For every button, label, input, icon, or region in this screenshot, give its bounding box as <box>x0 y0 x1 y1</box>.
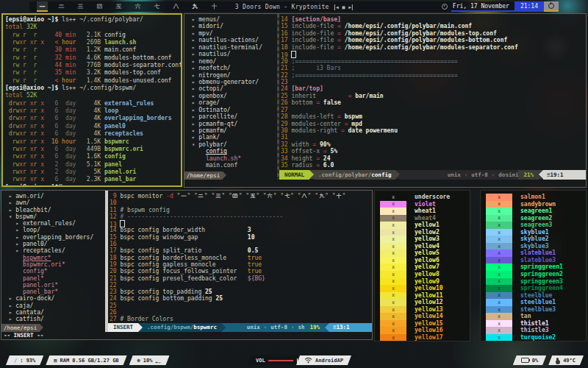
tree-item[interactable]: ▸ openbox/ <box>184 93 277 99</box>
color-row: xunderscore <box>375 194 470 201</box>
tree-item[interactable]: ▸ nautilus-terminal/ <box>184 44 277 51</box>
tree-item[interactable]: ▸ bleachbit/ <box>1 207 105 213</box>
media-stop-button[interactable]: ■ <box>343 4 345 10</box>
color-row: xsteelblue <box>481 292 586 300</box>
workspace-1[interactable] <box>37 1 48 12</box>
nerdtree-pane[interactable]: ▸ menus/ ▸ midori/ ▸ mpv/ ▸ nautilus-act… <box>184 14 277 180</box>
color-swatch: x <box>380 250 406 257</box>
tree-item[interactable]: ▸ menus/ <box>184 16 277 23</box>
tree-item[interactable]: ▸ loop/ <box>1 227 105 233</box>
media-next-button[interactable]: ▶ <box>348 4 353 10</box>
date-label[interactable]: Fri, 17 November <box>451 1 514 12</box>
tree-item[interactable]: main.conf <box>184 162 277 169</box>
nerdtree-pane[interactable]: ▸ awn.ori/ ▸ awn/ ▸ bleachbit/ ▾ bspwm/ … <box>1 191 108 332</box>
terminal-ls-window[interactable]: [epsi@axioo ~]$ ls++ ~/.config/polybar/t… <box>1 13 182 187</box>
tree-item[interactable]: ▸ Ostinato/ <box>184 107 277 113</box>
colortest-window-right[interactable]: xsalmon1xsandybrownxseagreen1xseagreen2x… <box>480 190 587 342</box>
color-row: xskyblue1 <box>481 229 586 236</box>
tree-item[interactable]: ▸ mpv/ <box>184 30 277 37</box>
editor-line: 24 bspc config bottom_padding 25 <box>110 295 372 302</box>
nerdtree-status: /home/epsi <box>1 324 40 332</box>
workspace-8[interactable] <box>171 1 182 12</box>
tree-item[interactable]: ▸ neofetch/ <box>184 65 277 71</box>
color-name: yellow1 <box>415 222 440 229</box>
editor-line: 26 <box>110 309 372 316</box>
workspace-6[interactable] <box>132 1 143 12</box>
editor-pane[interactable]: 14 [section/base]15 include-file = /home… <box>279 14 586 180</box>
media-prev-button[interactable]: ◀ <box>334 4 339 10</box>
tree-item[interactable]: ▸ nautilus-actions/ <box>184 37 277 43</box>
color-swatch: x <box>380 194 406 201</box>
editor-pane[interactable]: 9 bspc monitor -d "" "" "" "" "" "" "" "… <box>108 191 372 332</box>
color-row: xyellow17 <box>375 334 470 342</box>
color-row: xtan <box>481 313 586 320</box>
tree-item[interactable]: ▸ catfish/ <box>1 316 105 322</box>
filesystem-icon: / <box>14 358 17 364</box>
color-row: xsalmon1 <box>481 194 586 201</box>
color-name: thistle3 <box>520 327 549 334</box>
color-name: yellow6 <box>415 257 440 264</box>
tree-item[interactable]: ▸ external_rules/ <box>1 220 105 227</box>
wifi-module[interactable]: AndroidAP <box>296 355 351 365</box>
tree-item[interactable]: ▸ awn/ <box>1 199 105 206</box>
color-name: wheat1 <box>415 208 436 215</box>
tree-item[interactable]: ▸ obmenu-generator/ <box>184 79 277 85</box>
tree-item[interactable]: panel_bar* <box>1 289 105 295</box>
terminal-output: [epsi@axioo ~]$ ls++ ~/.config/polybar/t… <box>5 16 179 187</box>
workspace-4[interactable] <box>94 1 105 12</box>
colortest-window-left[interactable]: xunderscorexvioletxwheat1xwheat4xyellow1… <box>374 190 470 342</box>
tree-item[interactable]: ▸ octopi/ <box>184 85 277 92</box>
tree-item[interactable]: ▸ plank/ <box>184 134 277 141</box>
workspace-3[interactable] <box>75 1 86 12</box>
terminal-line: rwxr xr x 2 day 5K panel.ori <box>5 169 179 176</box>
tree-item[interactable]: ▸ pcmanfm/ <box>184 127 277 134</box>
terminal-line: [epsi@axioo ~]$ ls++ ~/.config/polybar/ <box>5 16 179 24</box>
cpu-icon: ⊛ <box>137 358 140 364</box>
tree-item[interactable]: ▸ midori/ <box>184 23 277 29</box>
workspace-7[interactable] <box>151 1 162 12</box>
tree-item[interactable]: ▸ awn.ori/ <box>1 193 105 199</box>
tree-item[interactable]: ▸ pcmanfm-qt/ <box>184 121 277 127</box>
filesystem-module: /: 93% <box>6 355 43 365</box>
tree-item[interactable]: ▸ receptacles/ <box>1 247 105 254</box>
vim-bspwm-window[interactable]: ▸ awn.ori/ ▸ awn/ ▸ bleachbit/ ▾ bspwm/ … <box>1 190 373 340</box>
color-row: xyellow5 <box>375 250 470 257</box>
tree-item[interactable]: ▸ overlapping_borders/ <box>1 234 105 241</box>
cjk-numeral-六 <box>135 3 141 10</box>
vim-polybar-window[interactable]: ▸ menus/ ▸ midori/ ▸ mpv/ ▸ nautilus-act… <box>184 13 587 188</box>
power-button[interactable] <box>544 1 559 12</box>
cjk-numeral-五 <box>250 193 256 199</box>
tree-item[interactable]: bspwmrc* <box>1 255 105 261</box>
tree-item[interactable]: ▸ panel0/ <box>1 241 105 247</box>
tree-item[interactable]: panel* <box>1 275 105 282</box>
tree-item[interactable]: ▸ parcellite/ <box>184 113 277 120</box>
tree-item[interactable]: launch.sh* <box>184 155 277 162</box>
color-swatch: x <box>486 229 512 236</box>
tree-item[interactable]: ▸ cantata/ <box>1 309 105 316</box>
time-label[interactable]: 21:14 <box>514 1 544 12</box>
tree-item[interactable]: ▸ orage/ <box>184 99 277 106</box>
tree-item[interactable]: config <box>184 148 277 155</box>
tree-item[interactable]: config* <box>1 268 105 275</box>
workspace-10[interactable] <box>209 1 220 12</box>
volume-slider[interactable] <box>268 360 293 361</box>
workspace-2[interactable] <box>56 1 67 12</box>
cjk-numeral-十 <box>336 193 342 199</box>
tree-item[interactable]: ▾ bspwm/ <box>1 213 105 220</box>
workspace-5[interactable] <box>113 1 124 12</box>
terminal-line: drwxr xr x 6 day 4K external_rules <box>5 100 179 107</box>
editor-line: 26 bottom = false <box>281 99 586 106</box>
media-controls: ◀ ■ ▶ <box>334 4 353 10</box>
tree-item[interactable]: panel.ori* <box>1 282 105 289</box>
tree-item[interactable]: ▸ nautilus/ <box>184 51 277 57</box>
tree-item[interactable]: ▸ nemo/ <box>184 58 277 65</box>
cpu-module: ⊛10%▂▁ <box>129 355 170 365</box>
tree-item[interactable]: ▸ cairo-dock/ <box>1 295 105 302</box>
tree-item[interactable]: ▸ caja/ <box>1 302 105 309</box>
workspace-9[interactable] <box>190 1 201 12</box>
editor-line: 35 radius = 6.0 <box>281 162 586 169</box>
tree-item[interactable]: ▸ nitrogen/ <box>184 72 277 79</box>
tree-item[interactable]: ▾ polybar/ <box>184 141 277 148</box>
color-row: xslateblue1 <box>481 250 586 257</box>
tree-item[interactable]: bspwmrc.ori* <box>1 261 105 268</box>
